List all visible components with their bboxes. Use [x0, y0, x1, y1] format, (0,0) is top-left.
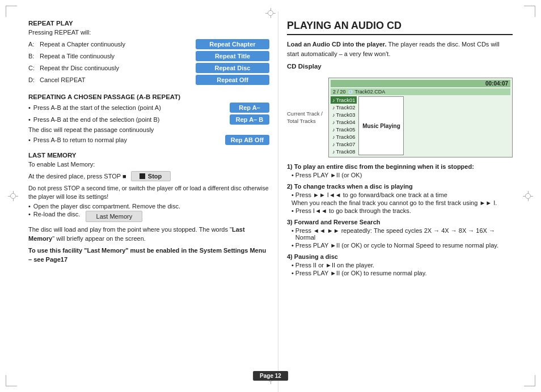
cd-sub-bar: 2 / 20 💿 Track02.CDA: [331, 88, 510, 95]
s1-bullet: •: [291, 172, 294, 178]
ab-row-3: • Press A-B to return to normal play Rep…: [28, 135, 269, 145]
s3-bullet-1: •: [291, 227, 294, 234]
ab-note: The disc will repeat the passage continu…: [28, 126, 269, 133]
stop-badge: Stop: [131, 171, 171, 181]
ab-badge-repaboff: Rep AB Off: [225, 135, 269, 145]
repeat-item-b: B: Repeat a Title continuously Repeat Ti…: [28, 51, 269, 61]
cd-track-04: ♪ Track04: [331, 118, 357, 126]
section-1-title: 1) To play an entire disc from the begin…: [287, 163, 513, 170]
cd-disc-icon: 💿: [348, 90, 353, 95]
cd-display: Current Track /Total Tracks 00:04:07 2 /…: [287, 78, 513, 157]
lm-stop-row: At the desired place, press STOP ■ Stop: [28, 171, 269, 181]
track-label-02: Track02: [336, 104, 356, 110]
repeat-desc-a: Repeat a Chapter continuously: [40, 41, 196, 48]
lm-stop-instruction: At the desired place, press STOP ■: [28, 173, 126, 180]
repeat-desc-b: Repeat a Title continuously: [40, 53, 196, 59]
cd-track-list: ♪ Track01 ♪ Track02 ♪ Track03: [331, 96, 357, 155]
ab-text-1: Press A-B at the start of the selection …: [33, 104, 230, 111]
intro-bold: Load an Audio CD into the player.: [287, 41, 387, 48]
section-3-title-text: Forward and Reverse Search: [294, 219, 381, 225]
track-note-01: ♪: [332, 97, 335, 103]
ab-row-1: • Press A-B at the start of the selectio…: [28, 103, 269, 113]
s2-bullet: •: [291, 191, 294, 198]
ab-row-2: • Press A-B at the end of the selection …: [28, 114, 269, 125]
section-2-title: 2) To change tracks when a disc is playi…: [287, 183, 513, 190]
section-1-title-text: To play an entire disc from the beginnin…: [294, 163, 474, 170]
current-track-label: Current Track /Total Tracks: [287, 110, 323, 125]
cd-time: 00:04:07: [485, 80, 508, 87]
lm-bullet-1-text: Open the player disc compartment. Remove…: [33, 203, 180, 210]
repeat-key-a: A:: [28, 41, 40, 48]
ab-repeat-title: REPEATING A CHOSEN PASSAGE (A-B Repeat): [28, 93, 269, 100]
bullet-2: •: [28, 116, 31, 123]
intro-text: Load an Audio CD into the player. The pl…: [287, 40, 513, 58]
s4-bullet-1: •: [291, 262, 294, 269]
s2-text-1: Press ►► I◄◄ to go forward/back one trac…: [295, 191, 447, 198]
track-note: When you reach the final track you canno…: [291, 199, 513, 206]
bullet-1: •: [28, 104, 31, 111]
cd-music-playing: Music Playing: [358, 96, 404, 155]
section-3-num: 3): [287, 219, 294, 225]
cd-disc-label: Track02.CDA: [355, 89, 386, 95]
section-4-item-1: • Press II or ►II on the player.: [291, 262, 513, 269]
ab-badge-repa: Rep A–: [230, 103, 269, 113]
lm-badge: Last Memory: [86, 211, 142, 222]
track-label-05: Track05: [336, 126, 356, 133]
lm-bullet-row-2: • Re-load the disc. Last Memory: [28, 211, 269, 222]
last-memory-title: LAST MEMORY: [28, 152, 269, 159]
ab-text-2: Press A-B at the end of the selection (p…: [33, 116, 230, 123]
section-2-title-text: To change tracks when a disc is playing: [294, 183, 413, 190]
left-column: REPEAT PLAY Pressing REPEAT will: A: Rep…: [11, 11, 278, 392]
last-memory-subtitle: To enable Last Memory:: [28, 161, 269, 168]
section-3-title: 3) Forward and Reverse Search: [287, 219, 513, 225]
repeat-item-c: C: Repeat thr Disc continuously Repeat D…: [28, 63, 269, 73]
s4-text-1: Press II or ►II on the player.: [295, 262, 374, 269]
ab-text-3: Press A-B to return to normal play: [33, 137, 225, 143]
repeat-key-d: D:: [28, 76, 40, 83]
cd-display-container: Time played on track Current Track /Tota…: [287, 78, 513, 157]
section-1-item-1: • Press PLAY ►II (or OK): [291, 172, 513, 178]
stop-label: Stop: [148, 173, 162, 180]
track-label-01: Track01: [336, 97, 356, 103]
s4-text-2: Press PLAY ►II (or OK) to resume normal …: [295, 270, 427, 276]
repeat-play-title: REPEAT PLAY: [28, 20, 269, 27]
track-note-08: ♪: [332, 149, 335, 155]
repeat-desc-d: Cancel REPEAT: [40, 76, 196, 83]
repeat-badge-chapter: Repeat Chapter: [196, 39, 269, 49]
cd-header-bar: 00:04:07: [331, 80, 510, 87]
ab-repeat-section: • Press A-B at the start of the selectio…: [28, 103, 269, 145]
track-label-07: Track07: [336, 141, 356, 147]
repeat-items: A: Repeat a Chapter continuously Repeat …: [28, 39, 269, 87]
section-1-num: 1): [287, 163, 294, 170]
s1-text-1: Press PLAY ►II (or OK): [295, 172, 362, 178]
track-label-04: Track04: [336, 119, 356, 125]
section-2-num: 2): [287, 183, 294, 190]
section-4-title-text: Pausing a disc: [294, 253, 338, 260]
right-column: PLAYING AN AUDIO CD Load an Audio CD int…: [278, 11, 530, 392]
lm-final-note: To use this facility "Last Memory" must …: [28, 246, 269, 264]
cd-track-01: ♪ Track01: [331, 96, 357, 104]
track-label-03: Track03: [336, 112, 356, 118]
lm-final-part1: The disc will load and play from the poi…: [28, 226, 232, 233]
s4-bullet-2: •: [291, 270, 294, 276]
track-label-06: Track06: [336, 134, 356, 140]
cd-tracks-area: ♪ Track01 ♪ Track02 ♪ Track03: [331, 96, 510, 155]
track-note-04: ♪: [332, 120, 335, 125]
section-4-title: 4) Pausing a disc: [287, 253, 513, 260]
repeat-item-a: A: Repeat a Chapter continuously Repeat …: [28, 39, 269, 49]
lm-note1: Do not press STOP a second time, or swit…: [28, 184, 269, 201]
cd-track-03: ♪ Track03: [331, 111, 357, 118]
section-3-item-2: • Press PLAY ►II (or OK) or cycle to Nor…: [291, 242, 513, 249]
repeat-badge-off: Repeat Off: [196, 75, 269, 85]
bullet-3: •: [28, 137, 31, 143]
lm-stop-text: At the desired place, press STOP ■: [28, 173, 126, 180]
cd-track-info: 2 / 20: [333, 89, 346, 95]
cd-left-label: Current Track /Total Tracks: [287, 78, 324, 157]
cd-screen: 00:04:07 2 / 20 💿 Track02.CDA ♪ Track: [328, 78, 513, 157]
cd-display-label: CD Display: [287, 63, 513, 70]
lm-bullet-2-text: Re-load the disc.: [33, 211, 81, 218]
track-note-03: ♪: [332, 112, 335, 118]
lm-final-part2: " will briefly appear on the screen.: [52, 235, 146, 242]
track-note-07: ♪: [332, 142, 335, 147]
repeat-desc-c: Repeat thr Disc continuously: [40, 65, 196, 71]
